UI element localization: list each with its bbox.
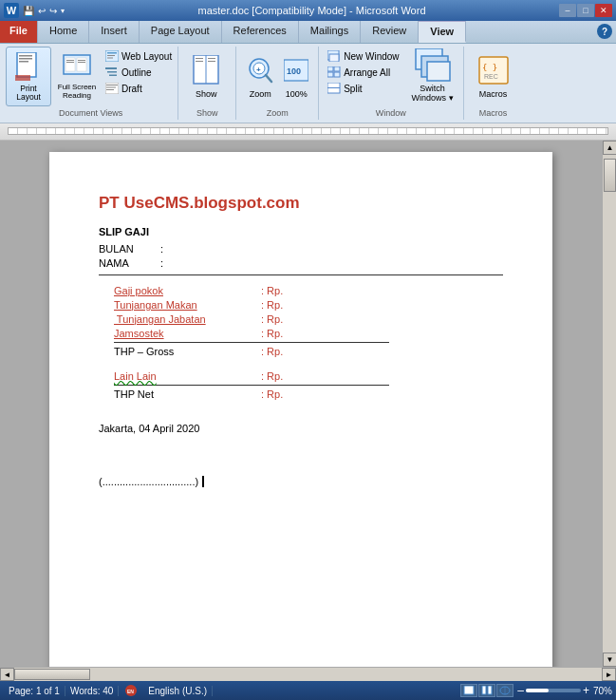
scroll-right-btn[interactable]: ► bbox=[602, 668, 616, 681]
full-screen-reading-label: Full ScreenReading bbox=[58, 84, 96, 101]
show-group-label: Show bbox=[178, 108, 235, 118]
tab-page-layout[interactable]: Page Layout bbox=[140, 21, 222, 43]
redo-quick-btn[interactable]: ↪ bbox=[49, 6, 57, 16]
print-layout-button[interactable]: PrintLayout bbox=[6, 47, 51, 106]
svg-rect-19 bbox=[105, 83, 119, 94]
language-icon[interactable]: EN bbox=[121, 684, 140, 697]
tab-mailings[interactable]: Mailings bbox=[299, 21, 361, 43]
thp-net-value: : Rp. bbox=[261, 388, 283, 400]
print-layout-status-btn[interactable] bbox=[460, 684, 477, 697]
zoom-100-label: 100% bbox=[286, 89, 308, 99]
full-page-status-btn[interactable] bbox=[478, 684, 495, 697]
svg-rect-38 bbox=[334, 66, 340, 71]
arrange-all-button[interactable]: Arrange All bbox=[325, 65, 401, 80]
scroll-track[interactable] bbox=[603, 155, 616, 653]
tunjangan-jabatan-label: Tunjangan Jabatan bbox=[114, 313, 261, 325]
split-button[interactable]: Split bbox=[325, 81, 401, 96]
document-page: PT UseCMS.blogspot.com SLIP GAJI BULAN :… bbox=[49, 152, 552, 667]
zoom-slider-fill bbox=[526, 689, 549, 692]
draft-icon bbox=[104, 82, 120, 95]
h-scroll-thumb[interactable] bbox=[14, 669, 90, 680]
save-quick-btn[interactable]: 💾 bbox=[23, 6, 34, 16]
macros-button[interactable]: { } REC Macros bbox=[470, 53, 517, 99]
title-bar: W 💾 ↩ ↪ ▾ master.doc [Compatibility Mode… bbox=[0, 0, 616, 21]
new-window-label: New Window bbox=[344, 51, 399, 62]
svg-rect-53 bbox=[488, 686, 492, 694]
outline-button[interactable]: Outline bbox=[103, 65, 174, 80]
svg-rect-18 bbox=[109, 75, 117, 77]
macros-label: Macros bbox=[479, 89, 508, 99]
outline-label: Outline bbox=[121, 67, 152, 78]
tab-view[interactable]: View bbox=[419, 21, 466, 43]
language[interactable]: English (U.S.) bbox=[143, 686, 213, 696]
zoom-group-label: Zoom bbox=[236, 108, 318, 118]
new-window-button[interactable]: New Window bbox=[325, 48, 401, 64]
svg-rect-51 bbox=[464, 686, 474, 694]
date-section: Jakarta, 04 April 2020 bbox=[99, 423, 503, 434]
zoom-percent[interactable]: 70% bbox=[593, 686, 612, 696]
date-text: Jakarta, 04 April 2020 bbox=[99, 423, 199, 434]
word-count[interactable]: Words: 40 bbox=[65, 686, 119, 696]
zoom-minus-btn[interactable]: – bbox=[517, 685, 524, 696]
page-info[interactable]: Page: 1 of 1 bbox=[4, 686, 65, 696]
salary-row-makan: Tunjangan Makan : Rp. bbox=[114, 299, 503, 311]
svg-rect-45 bbox=[427, 62, 450, 81]
maximize-button[interactable]: □ bbox=[577, 4, 594, 17]
svg-rect-11 bbox=[78, 62, 85, 63]
scroll-up-btn[interactable]: ▲ bbox=[603, 141, 616, 155]
thp-net-label: THP Net bbox=[114, 388, 261, 400]
tab-home[interactable]: Home bbox=[38, 21, 89, 43]
close-button[interactable]: ✕ bbox=[595, 4, 612, 17]
show-button[interactable]: Show bbox=[184, 51, 228, 101]
undo-quick-btn[interactable]: ↩ bbox=[38, 6, 46, 16]
svg-rect-10 bbox=[78, 60, 85, 61]
web-layout-button[interactable]: Web Layout bbox=[103, 48, 174, 64]
switch-windows-button[interactable]: SwitchWindows ▾ bbox=[408, 47, 457, 106]
status-bar: Page: 1 of 1 Words: 40 EN English (U.S.)… bbox=[0, 681, 616, 700]
document-views-group-label: Document Views bbox=[4, 108, 177, 118]
jamsostek-value: : Rp. bbox=[261, 328, 283, 339]
svg-rect-4 bbox=[15, 75, 30, 81]
tab-insert[interactable]: Insert bbox=[89, 21, 140, 43]
zoom-slider-track[interactable] bbox=[526, 689, 581, 692]
scroll-down-btn[interactable]: ▼ bbox=[603, 653, 616, 667]
draft-button[interactable]: Draft bbox=[103, 81, 174, 96]
tab-file[interactable]: File bbox=[0, 21, 38, 43]
vertical-scrollbar[interactable]: ▲ ▼ bbox=[602, 141, 616, 667]
help-button[interactable]: ? bbox=[597, 24, 612, 39]
tab-references[interactable]: References bbox=[222, 21, 299, 43]
zoom-button[interactable]: + Zoom bbox=[242, 53, 278, 99]
lain-lain-label: Lain Lain bbox=[114, 370, 261, 382]
full-screen-reading-button[interactable]: Full ScreenReading bbox=[54, 47, 100, 106]
h-scroll-track[interactable] bbox=[14, 669, 602, 680]
zoom-plus-btn[interactable]: + bbox=[583, 685, 589, 696]
switch-windows-label: SwitchWindows ▾ bbox=[412, 85, 454, 104]
tab-review[interactable]: Review bbox=[361, 21, 419, 43]
scroll-thumb[interactable] bbox=[604, 159, 616, 192]
tunjangan-makan-value: : Rp. bbox=[261, 299, 283, 311]
scroll-left-btn[interactable]: ◄ bbox=[0, 668, 14, 681]
web-view-status-btn[interactable] bbox=[496, 684, 513, 697]
document-title: PT UseCMS.blogspot.com bbox=[99, 194, 503, 213]
zoom-100-button[interactable]: 100 100% bbox=[282, 53, 310, 99]
svg-rect-16 bbox=[105, 67, 117, 69]
draft-label: Draft bbox=[121, 84, 142, 94]
jamsostek-label: Jamsostek bbox=[114, 328, 261, 339]
slip-gaji-label: SLIP GAJI bbox=[99, 226, 503, 237]
salary-row-jamsostek: Jamsostek : Rp. bbox=[114, 328, 503, 339]
minimize-button[interactable]: – bbox=[559, 4, 576, 17]
tunjangan-makan-label: Tunjangan Makan bbox=[114, 299, 261, 311]
cursor-marker bbox=[199, 476, 204, 487]
svg-rect-3 bbox=[19, 61, 28, 63]
web-layout-label: Web Layout bbox=[121, 51, 172, 62]
tunjangan-jabatan-value: : Rp. bbox=[261, 313, 283, 325]
svg-rect-39 bbox=[327, 72, 333, 77]
horizontal-scrollbar[interactable]: ◄ ► bbox=[0, 667, 616, 681]
word-icon: W bbox=[4, 3, 19, 18]
split-icon bbox=[327, 82, 342, 95]
svg-rect-52 bbox=[482, 686, 486, 694]
svg-rect-37 bbox=[327, 66, 333, 71]
svg-rect-14 bbox=[107, 55, 115, 56]
macros-group-label: Macros bbox=[464, 108, 523, 118]
nama-colon: : bbox=[160, 257, 172, 269]
